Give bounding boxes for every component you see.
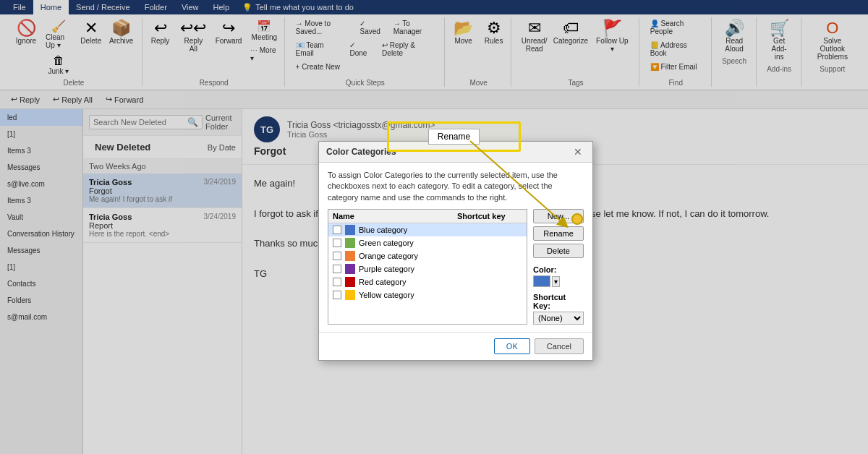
ok-button[interactable]: OK [494,338,530,354]
cat-color-0 [345,225,355,235]
dialog-title: Color Categories [326,147,396,157]
cat-color-4 [345,277,355,287]
cat-checkbox-0[interactable] [333,226,341,234]
categories-actions: New... Rename Delete Color: ▾ Shortcut K… [533,209,584,325]
cat-item-4[interactable]: Red category [328,275,527,288]
cat-item-3[interactable]: Purple category [328,262,527,275]
cat-label-2: Orange category [359,252,522,260]
cat-checkbox-2[interactable] [333,252,341,260]
cat-col-name: Name [333,212,457,220]
delete-category-button[interactable]: Delete [533,244,584,258]
dialog-footer: OK Cancel [319,332,592,360]
cat-color-3 [345,264,355,274]
cat-color-5 [345,290,355,300]
cat-label-1: Green category [359,239,522,247]
cat-label-4: Red category [359,278,522,286]
color-categories-dialog: Color Categories ✕ To assign Color Categ… [318,141,593,361]
dialog-description: To assign Color Categories to the curren… [328,170,584,203]
cat-checkbox-4[interactable] [333,278,341,286]
cat-col-shortcut: Shortcut key [457,212,522,220]
rename-inline-button[interactable]: Rename [428,129,480,145]
cat-color-1 [345,238,355,248]
cat-label-0: Blue category [359,226,522,234]
categories-container: Name Shortcut key Blue category Green ca… [328,209,584,325]
cat-checkbox-5[interactable] [333,291,341,299]
rename-category-button[interactable]: Rename [533,226,584,241]
cat-table-header: Name Shortcut key [328,210,527,223]
cat-item-2[interactable]: Orange category [328,249,527,262]
color-swatch [533,275,550,287]
cat-color-2 [345,251,355,261]
cat-label-5: Yellow category [359,291,522,299]
dialog-close-button[interactable]: ✕ [571,146,585,158]
color-label: Color: [533,265,584,274]
cat-item-5[interactable]: Yellow category [328,288,527,301]
color-dropdown-button[interactable]: ▾ [552,276,560,287]
cat-checkbox-3[interactable] [333,265,341,273]
cat-checkbox-1[interactable] [333,239,341,247]
dialog-body: To assign Color Categories to the curren… [319,163,592,332]
shortcut-key-select[interactable]: (None) [533,312,584,325]
cat-item-1[interactable]: Green category [328,236,527,249]
rename-highlight-box: Rename [387,121,521,152]
shortcut-section: Shortcut Key: (None) [533,293,584,325]
cat-label-3: Purple category [359,265,522,273]
cancel-button[interactable]: Cancel [535,338,584,354]
cat-item-0[interactable]: Blue category [328,223,527,236]
color-section: Color: ▾ [533,265,584,287]
shortcut-key-label: Shortcut Key: [533,293,584,310]
categories-list: Name Shortcut key Blue category Green ca… [328,209,527,325]
yellow-indicator-dot [571,213,583,225]
